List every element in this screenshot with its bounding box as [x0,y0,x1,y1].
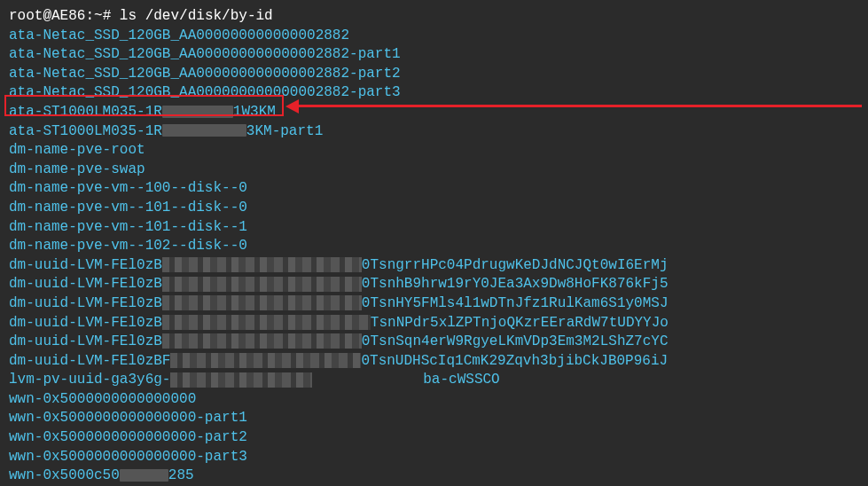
redacted-segment [170,372,312,388]
output-line: wwn-0x5000000000000000-part1 [9,409,859,428]
output-line: wwn-0x5000c50285 [9,466,859,486]
output-line: dm-uuid-LVM-FEl0zB0TsnSqn4erW9RgyeLKmVDp… [9,333,859,352]
redacted-segment [162,106,233,118]
output-line: dm-uuid-LVM-FEl0zBF0TsnUDHScIq1CmK29Zqvh… [9,352,859,372]
output-line-highlighted: ata-ST1000LM035-1R1W3KM [9,103,859,122]
disk-id-suffix: 1W3KM [233,104,276,120]
output-line: dm-uuid-LVM-FEl0zBTsnNPdr5xlZPTnjoQKzrEE… [9,314,859,333]
output-line: ata-Netac_SSD_120GB_AA000000000000002882… [9,83,859,103]
output-line: dm-name-pve-root [9,141,859,161]
output-line: ata-Netac_SSD_120GB_AA000000000000002882 [9,27,859,46]
output-line: dm-name-pve-vm--101--disk--1 [9,218,859,238]
output-line: wwn-0x5000000000000000-part2 [9,428,859,448]
redacted-segment [162,277,362,292]
disk-id-prefix: ata-ST1000LM035-1R [9,104,162,120]
output-line: dm-uuid-LVM-FEl0zB0TsnhB9hrw19rY0JEa3Ax9… [9,275,859,294]
prompt-user-host: root@AE86 [9,8,85,24]
output-line: ata-ST1000LM035-1R3KM-part1 [9,122,859,142]
redacted-segment [162,124,246,137]
output-line: dm-name-pve-vm--100--disk--0 [9,179,859,199]
prompt-path: ~ [94,8,103,24]
output-line: wwn-0x5000000000000000-part3 [9,448,859,467]
output-line: lvm-pv-uuid-ga3y6g- ba-cWSSCO [9,371,859,390]
output-line: dm-name-pve-swap [9,161,859,180]
output-line: dm-name-pve-vm--101--disk--0 [9,199,859,218]
redacted-segment [162,257,362,272]
redacted-segment [120,469,168,482]
output-line: ata-Netac_SSD_120GB_AA000000000000002882… [9,45,859,65]
redacted-segment [162,333,362,349]
output-line: dm-name-pve-vm--102--disk--0 [9,237,859,256]
command-text: ls /dev/disk/by-id [120,8,273,24]
redacted-segment [162,295,362,310]
disk-id-suffix: 3KM-part1 [246,123,323,139]
prompt-colon: : [85,8,94,24]
prompt-hash: # [103,8,112,24]
output-line: ata-Netac_SSD_120GB_AA000000000000002882… [9,65,859,84]
output-line: wwn-0x5000000000000000 [9,390,859,410]
output-line: dm-uuid-LVM-FEl0zB0TsngrrHPc04PdrugwKeDJ… [9,256,859,276]
redacted-segment [170,353,361,368]
disk-id-prefix: ata-ST1000LM035-1R [9,123,162,139]
redacted-segment [162,315,371,330]
output-line: dm-uuid-LVM-FEl0zB0TsnHY5FMls4l1wDTnJfz1… [9,294,859,314]
prompt-line-1[interactable]: root@AE86:~# ls /dev/disk/by-id [9,7,859,27]
